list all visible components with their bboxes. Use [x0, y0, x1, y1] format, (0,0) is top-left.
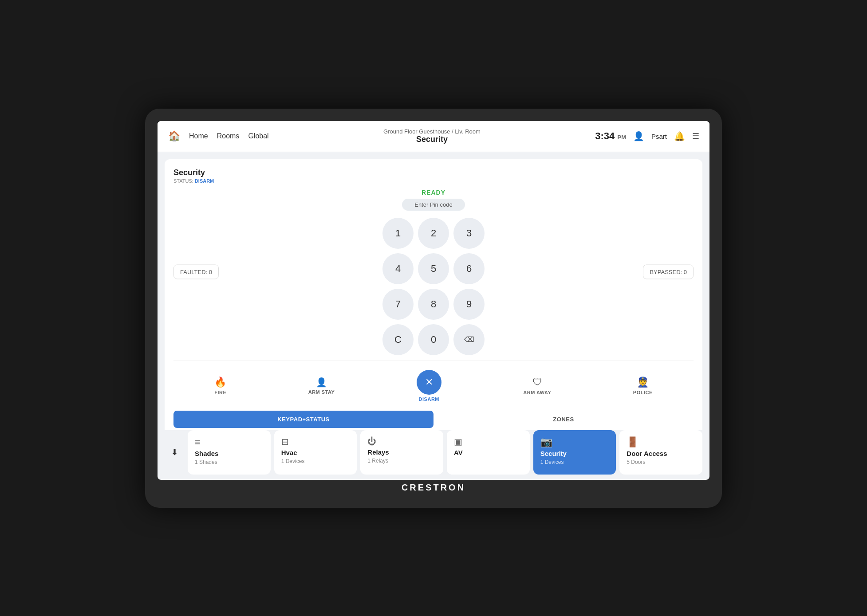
breadcrumb: Ground Floor Guesthouse / Liv. Room — [383, 128, 481, 135]
action-bar: 🔥 FIRE 👤 ARM STAY ✕ DISARM 🛡 ARM AWAY — [173, 361, 694, 405]
relays-sub: 1 Relays — [367, 458, 388, 464]
panel-status: STATUS: DISARM — [173, 178, 214, 184]
nav-card-relays[interactable]: ⏻ Relays 1 Relays — [360, 430, 443, 475]
nav-global[interactable]: Global — [248, 132, 268, 140]
relays-title: Relays — [367, 448, 389, 456]
key-1[interactable]: 1 — [382, 218, 414, 249]
nav-home[interactable]: Home — [189, 132, 208, 140]
action-arm-away[interactable]: 🛡 ARM AWAY — [514, 373, 560, 399]
status-value: DISARM — [195, 178, 214, 184]
key-4[interactable]: 4 — [382, 253, 414, 284]
door-access-icon: 🚪 — [627, 436, 638, 448]
fire-icon: 🔥 — [214, 377, 226, 388]
security-icon: 📷 — [540, 436, 552, 448]
bypassed-value: 0 — [684, 269, 687, 275]
police-label: POLICE — [633, 390, 653, 395]
nav-card-door-access[interactable]: 🚪 Door Access 5 Doors — [619, 430, 702, 475]
nav-card-av[interactable]: ▣ AV — [447, 430, 530, 475]
key-5[interactable]: 5 — [418, 253, 449, 284]
scroll-down-button[interactable]: ⬇ — [165, 443, 184, 462]
device-frame: 🏠 Home Rooms Global Ground Floor Guestho… — [145, 109, 722, 508]
action-police[interactable]: 👮 POLICE — [624, 373, 662, 399]
panel-header: Security STATUS: DISARM — [173, 168, 694, 184]
bypassed-badge: BYPASSED: 0 — [643, 265, 694, 279]
header-right: 3:34 PM 👤 Psart 🔔 ☰ — [595, 130, 699, 142]
av-title: AV — [454, 449, 463, 456]
shades-icon: ≡ — [195, 436, 201, 448]
fire-label: FIRE — [214, 390, 226, 395]
security-nav-sub: 1 Devices — [540, 459, 564, 465]
action-arm-stay[interactable]: 👤 ARM STAY — [300, 373, 344, 398]
time-value: 3:34 — [595, 130, 615, 141]
key-2[interactable]: 2 — [418, 218, 449, 249]
user-icon[interactable]: 👤 — [633, 131, 644, 141]
tab-keypad-status[interactable]: KEYPAD+STATUS — [173, 411, 434, 428]
main-content: Security STATUS: DISARM FAULTED: 0 — [158, 152, 709, 430]
security-nav-title: Security — [540, 450, 567, 457]
av-icon: ▣ — [454, 436, 462, 447]
tab-zones[interactable]: ZONES — [434, 411, 694, 428]
panel-title: Security — [173, 168, 214, 177]
keypad-area: FAULTED: 0 BYPASSED: 0 READY Enter Pin c… — [173, 189, 694, 355]
key-6[interactable]: 6 — [453, 253, 485, 284]
nav-rooms[interactable]: Rooms — [217, 132, 240, 140]
relays-icon: ⏻ — [367, 436, 376, 447]
shades-sub: 1 Shades — [195, 459, 217, 465]
pin-input[interactable]: Enter Pin code — [402, 199, 465, 211]
bypassed-label: BYPASSED: — [650, 269, 682, 275]
nav-card-shades[interactable]: ≡ Shades 1 Shades — [188, 430, 271, 475]
shades-title: Shades — [195, 450, 218, 457]
header-center: Ground Floor Guesthouse / Liv. Room Secu… — [383, 128, 481, 144]
bell-icon[interactable]: 🔔 — [674, 131, 685, 141]
ready-status: READY — [422, 189, 445, 196]
faulted-value: 0 — [209, 269, 212, 275]
security-panel: Security STATUS: DISARM FAULTED: 0 — [165, 159, 702, 430]
hvac-icon: ⊟ — [281, 436, 289, 447]
key-clear[interactable]: C — [382, 324, 414, 355]
faulted-badge: FAULTED: 0 — [173, 265, 219, 279]
key-backspace[interactable]: ⌫ — [453, 324, 485, 355]
time-ampm: PM — [617, 134, 626, 141]
bottom-nav: ⬇ ≡ Shades 1 Shades ⊟ Hvac 1 Devices ⏻ R… — [158, 430, 709, 480]
key-8[interactable]: 8 — [418, 289, 449, 320]
device-screen: 🏠 Home Rooms Global Ground Floor Guestho… — [158, 121, 709, 480]
keypad-grid: 1 2 3 4 5 6 7 8 9 C 0 ⌫ — [382, 218, 485, 355]
faulted-label: FAULTED: — [180, 269, 207, 275]
police-icon: 👮 — [637, 377, 649, 388]
hvac-title: Hvac — [281, 449, 297, 456]
menu-icon[interactable]: ☰ — [692, 131, 699, 141]
key-0[interactable]: 0 — [418, 324, 449, 355]
arm-away-label: ARM AWAY — [523, 390, 551, 395]
brand-footer: CRESTRON — [402, 480, 465, 495]
tab-bar: KEYPAD+STATUS ZONES — [173, 411, 694, 428]
action-fire[interactable]: 🔥 FIRE — [205, 373, 235, 399]
key-7[interactable]: 7 — [382, 289, 414, 320]
arm-away-icon: 🛡 — [532, 377, 542, 388]
nav-card-security[interactable]: 📷 Security 1 Devices — [533, 430, 616, 475]
arm-stay-icon: 👤 — [316, 377, 327, 388]
key-3[interactable]: 3 — [453, 218, 485, 249]
hvac-sub: 1 Devices — [281, 458, 305, 464]
header-left: 🏠 Home Rooms Global — [168, 130, 269, 142]
disarm-circle[interactable]: ✕ — [417, 370, 441, 395]
arm-stay-label: ARM STAY — [308, 389, 335, 395]
action-disarm[interactable]: ✕ DISARM — [408, 366, 450, 405]
door-access-title: Door Access — [627, 450, 667, 457]
door-access-sub: 5 Doors — [627, 459, 645, 465]
user-name: Psart — [651, 133, 667, 140]
nav-card-hvac[interactable]: ⊟ Hvac 1 Devices — [274, 430, 357, 475]
time-display: 3:34 PM — [595, 130, 626, 142]
home-icon[interactable]: 🏠 — [168, 130, 180, 142]
page-title: Security — [383, 135, 481, 144]
disarm-label: DISARM — [419, 396, 439, 402]
status-label: STATUS: — [173, 178, 193, 184]
key-9[interactable]: 9 — [453, 289, 485, 320]
header: 🏠 Home Rooms Global Ground Floor Guestho… — [158, 121, 709, 152]
